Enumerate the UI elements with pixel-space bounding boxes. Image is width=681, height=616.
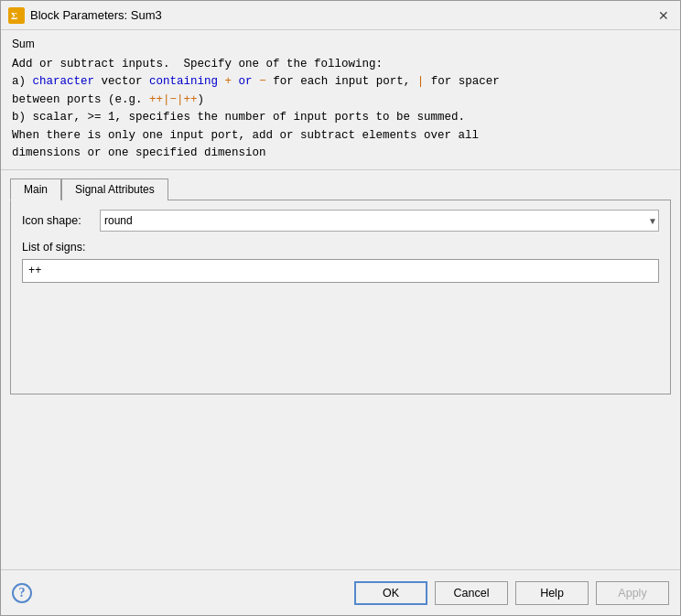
icon-shape-row: Icon shape: round rectangular ▼ — [22, 210, 659, 232]
section-label: Sum — [12, 38, 669, 50]
dialog-window: Σ Block Parameters: Sum3 ✕ Sum Add or su… — [0, 0, 681, 616]
cancel-button[interactable]: Cancel — [435, 581, 508, 605]
tabs-row: Main Signal Attributes — [10, 178, 671, 200]
desc-line-4: b) scalar, >= 1, specifies the number of… — [12, 109, 669, 126]
desc-line-5: When there is only one input port, add o… — [12, 127, 669, 145]
title-bar: Σ Block Parameters: Sum3 ✕ — [1, 1, 680, 30]
desc-line-6: dimensions or one specified dimension — [12, 145, 669, 162]
icon-shape-label: Icon shape: — [22, 214, 100, 227]
tab-main[interactable]: Main — [10, 178, 61, 200]
tabs-container: Main Signal Attributes — [1, 170, 680, 200]
tab-signal-attributes[interactable]: Signal Attributes — [61, 178, 168, 200]
svg-text:Σ: Σ — [11, 10, 17, 21]
signs-input[interactable] — [22, 259, 659, 283]
bottom-buttons: OK Cancel Help Apply — [354, 581, 669, 605]
list-of-signs-section: List of signs: — [22, 241, 659, 283]
help-icon[interactable]: ? — [12, 583, 32, 603]
block-icon: Σ — [8, 7, 25, 24]
tab-content-main: Icon shape: round rectangular ▼ List of … — [10, 200, 671, 394]
ok-button[interactable]: OK — [354, 581, 427, 605]
help-button[interactable]: Help — [515, 581, 589, 605]
icon-shape-select[interactable]: round rectangular — [100, 210, 659, 232]
close-button[interactable]: ✕ — [654, 6, 673, 25]
bottom-bar: ? OK Cancel Help Apply — [1, 569, 680, 615]
main-content: Main Signal Attributes Icon shape: round… — [1, 170, 680, 615]
signs-label: List of signs: — [22, 241, 659, 254]
desc-line-3: between ports (e.g. ++|−|++) — [12, 92, 669, 109]
dialog-title: Block Parameters: Sum3 — [30, 8, 162, 22]
title-bar-left: Σ Block Parameters: Sum3 — [8, 7, 162, 24]
desc-line-1: Add or subtract inputs. Specify one of t… — [12, 56, 669, 73]
description-section: Sum Add or subtract inputs. Specify one … — [1, 30, 680, 170]
bottom-left: ? — [12, 583, 32, 603]
icon-shape-dropdown-wrapper: round rectangular ▼ — [100, 210, 659, 232]
apply-button[interactable]: Apply — [596, 581, 669, 605]
description-text: Add or subtract inputs. Specify one of t… — [12, 56, 669, 162]
desc-line-2: a) character vector containing + or − fo… — [12, 73, 669, 91]
content-spacer — [1, 394, 680, 569]
